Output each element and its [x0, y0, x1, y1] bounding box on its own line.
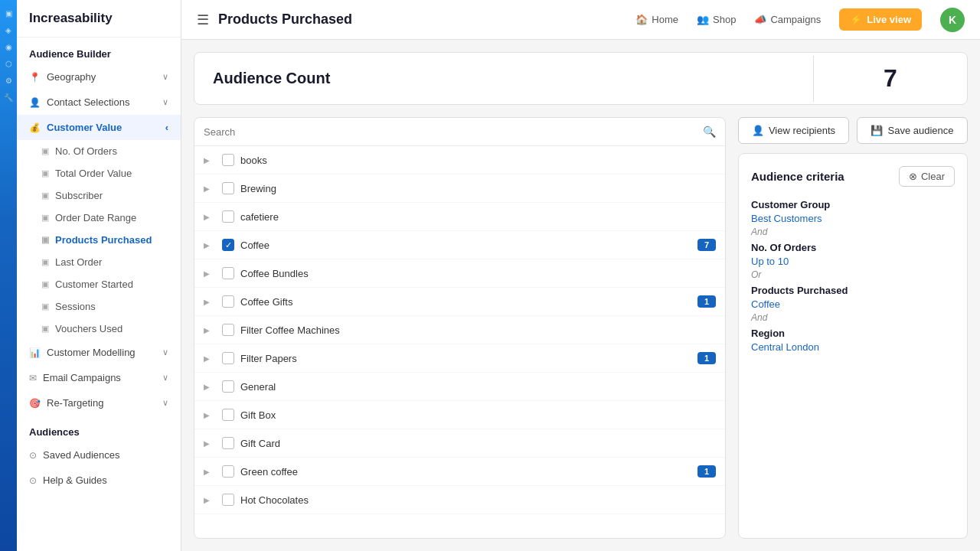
- icon-bar: ▣ ◈ ◉ ⬡ ⚙ 🔧: [0, 0, 17, 551]
- list-item[interactable]: ▶ cafetiere: [194, 203, 725, 231]
- customer-started-icon: ▣: [41, 279, 49, 289]
- icon-bar-item-2: ◈: [2, 23, 15, 37]
- product-checkbox[interactable]: [222, 380, 234, 393]
- main-area: ☰ Products Purchased 🏠 Home 👥 Shop 📣 Cam…: [181, 0, 980, 551]
- sidebar: Increasability Audience Builder 📍 Geogra…: [17, 0, 181, 551]
- vouchers-used-icon: ▣: [41, 324, 49, 334]
- product-checkbox[interactable]: [222, 182, 234, 194]
- criteria-connector-and-1: And: [751, 227, 955, 237]
- sidebar-item-customer-modelling[interactable]: 📊 Customer Modelling ∨: [17, 340, 181, 365]
- product-checkbox[interactable]: [222, 437, 234, 449]
- sidebar-item-re-targeting[interactable]: 🎯 Re-Targeting ∨: [17, 390, 181, 416]
- saved-audiences-icon: ⊙: [29, 450, 37, 461]
- product-name: Hot Chocolates: [240, 494, 716, 506]
- sidebar-item-geography[interactable]: 📍 Geography ∨: [17, 64, 181, 90]
- products-list: ▶ books ▶ Brewing ▶ cafetiere: [194, 146, 725, 538]
- sidebar-sub-item-vouchers-used[interactable]: ▣ Vouchers Used: [17, 318, 181, 340]
- product-checkbox[interactable]: [222, 154, 234, 166]
- criteria-group-region: Region: [751, 328, 955, 339]
- list-item[interactable]: ▶ Coffee 7: [194, 231, 725, 259]
- product-name: cafetiere: [240, 211, 716, 223]
- criteria-connector-and-2: And: [751, 312, 955, 323]
- sidebar-item-saved-audiences[interactable]: ⊙ Saved Audiences: [17, 442, 181, 468]
- sidebar-sub-item-no-of-orders[interactable]: ▣ No. Of Orders: [17, 140, 181, 162]
- list-item[interactable]: ▶ Gift Box: [194, 401, 725, 429]
- product-name: Coffee Gifts: [240, 296, 691, 308]
- product-name: Gift Box: [240, 409, 716, 421]
- total-order-value-icon: ▣: [41, 168, 49, 178]
- avatar: K: [940, 8, 965, 32]
- expand-icon: ▶: [204, 439, 216, 448]
- product-checkbox[interactable]: [222, 409, 234, 421]
- app-logo: Increasability: [17, 0, 181, 37]
- expand-icon: ▶: [204, 496, 216, 504]
- clear-button[interactable]: ⊗ Clear: [899, 166, 955, 187]
- product-checkbox[interactable]: [222, 239, 234, 251]
- email-campaigns-arrow: ∨: [162, 373, 168, 383]
- list-item[interactable]: ▶ Filter Coffee Machines: [194, 316, 725, 344]
- list-item[interactable]: ▶ Gift Card: [194, 429, 725, 458]
- product-badge: 1: [697, 295, 716, 308]
- expand-icon: ▶: [204, 156, 216, 165]
- products-search-bar: 🔍: [194, 118, 725, 146]
- list-item[interactable]: ▶ Coffee Gifts 1: [194, 288, 725, 316]
- action-buttons: 👤 View recipients 💾 Save audience: [738, 117, 968, 144]
- sidebar-item-email-campaigns[interactable]: ✉ Email Campaigns ∨: [17, 365, 181, 390]
- product-checkbox[interactable]: [222, 494, 234, 506]
- product-name: Gift Card: [240, 438, 716, 449]
- list-item[interactable]: ▶ books: [194, 146, 725, 174]
- sidebar-sub-item-products-purchased[interactable]: ▣ Products Purchased: [17, 229, 181, 251]
- audience-count-label: Audience Count: [194, 53, 813, 104]
- product-checkbox[interactable]: [222, 324, 234, 336]
- criteria-value-up-to-10: Up to 10: [751, 256, 955, 267]
- product-checkbox[interactable]: [222, 465, 234, 478]
- expand-icon: ▶: [204, 354, 216, 363]
- list-item[interactable]: ▶ Hot Chocolates: [194, 486, 725, 514]
- save-audience-button[interactable]: 💾 Save audience: [857, 117, 968, 144]
- sidebar-sub-item-order-date-range[interactable]: ▣ Order Date Range: [17, 207, 181, 229]
- geography-arrow: ∨: [162, 72, 168, 82]
- topnav: ☰ Products Purchased 🏠 Home 👥 Shop 📣 Cam…: [181, 0, 980, 40]
- product-name: Filter Coffee Machines: [240, 324, 716, 336]
- shop-link[interactable]: 👥 Shop: [697, 14, 736, 25]
- sidebar-sub-item-customer-started[interactable]: ▣ Customer Started: [17, 273, 181, 295]
- search-input[interactable]: [204, 126, 697, 138]
- list-item[interactable]: ▶ Brewing: [194, 174, 725, 203]
- sidebar-item-customer-value[interactable]: 💰 Customer Value ‹: [17, 115, 181, 140]
- topnav-links: 🏠 Home 👥 Shop 📣 Campaigns ⚡ Live view K: [635, 8, 965, 32]
- expand-icon: ▶: [204, 269, 216, 278]
- order-date-range-icon: ▣: [41, 213, 49, 223]
- hamburger-menu[interactable]: ☰: [197, 11, 209, 28]
- sidebar-sub-item-subscriber[interactable]: ▣ Subscriber: [17, 184, 181, 207]
- sidebar-sub-item-sessions[interactable]: ▣ Sessions: [17, 295, 181, 318]
- criteria-group-products-purchased: Products Purchased: [751, 285, 955, 296]
- list-item[interactable]: ▶ General: [194, 373, 725, 401]
- campaigns-link[interactable]: 📣 Campaigns: [754, 14, 821, 25]
- view-recipients-button[interactable]: 👤 View recipients: [738, 117, 849, 144]
- product-checkbox[interactable]: [222, 210, 234, 223]
- live-view-icon: ⚡: [850, 14, 862, 25]
- no-of-orders-icon: ▣: [41, 146, 49, 156]
- product-badge: 7: [697, 239, 716, 251]
- product-checkbox[interactable]: [222, 295, 234, 308]
- live-view-button[interactable]: ⚡ Live view: [839, 8, 922, 31]
- list-item[interactable]: ▶ Filter Papers 1: [194, 344, 725, 373]
- product-checkbox[interactable]: [222, 267, 234, 279]
- products-purchased-icon: ▣: [41, 235, 49, 245]
- expand-icon: ▶: [204, 411, 216, 419]
- product-checkbox[interactable]: [222, 352, 234, 364]
- criteria-group-customer-group: Customer Group: [751, 199, 955, 210]
- product-name: Brewing: [240, 183, 716, 194]
- icon-bar-item-4: ⬡: [2, 57, 15, 70]
- geography-icon: 📍: [29, 72, 41, 83]
- list-item[interactable]: ▶ Green coffee 1: [194, 458, 725, 486]
- sidebar-item-help-guides[interactable]: ⊙ Help & Guides: [17, 468, 181, 493]
- home-link[interactable]: 🏠 Home: [635, 14, 678, 25]
- sidebar-sub-item-total-order-value[interactable]: ▣ Total Order Value: [17, 162, 181, 184]
- content-row: 🔍 ▶ books ▶ Brewing: [194, 117, 968, 539]
- product-badge: 1: [697, 352, 716, 364]
- sidebar-sub-item-last-order[interactable]: ▣ Last Order: [17, 251, 181, 273]
- list-item[interactable]: ▶ Coffee Bundles: [194, 259, 725, 288]
- contact-selections-icon: 👤: [29, 97, 41, 108]
- sidebar-item-contact-selections[interactable]: 👤 Contact Selections ∨: [17, 90, 181, 115]
